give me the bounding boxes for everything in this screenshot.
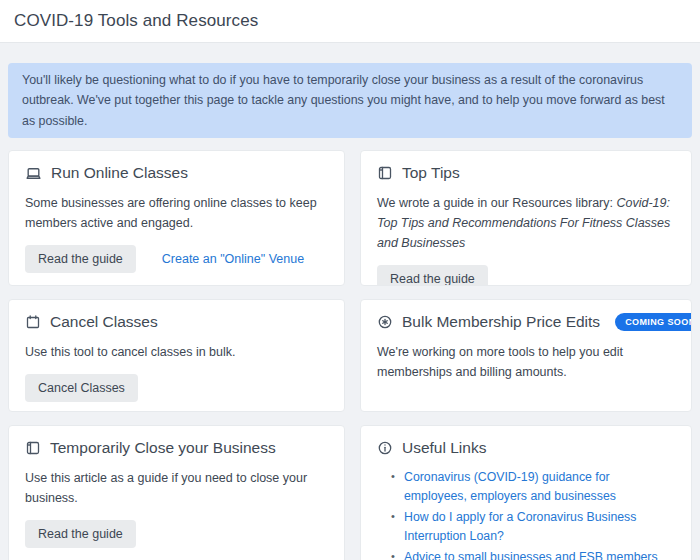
card-title: Useful Links [402,439,486,457]
card-cancel-classes: Cancel Classes Use this tool to cancel c… [8,299,345,412]
card-title: Top Tips [402,164,460,182]
card-title: Run Online Classes [51,164,188,182]
list-item: How do I apply for a Coronavirus Busines… [391,508,675,545]
list-item: Coronavirus (COVID-19) guidance for empl… [391,468,675,505]
gear-circle-icon [377,314,393,330]
card-run-online-classes: Run Online Classes Some businesses are o… [8,150,345,286]
list-item: Advice to small businesses and FSB membe… [391,548,675,560]
coming-soon-badge: COMING SOON [615,313,692,331]
create-online-venue-link[interactable]: Create an "Online" Venue [162,252,304,266]
page-title: COVID-19 Tools and Resources [14,11,258,31]
card-temporarily-close-business: Temporarily Close your Business Use this… [8,425,345,560]
calendar-icon [25,314,41,330]
page-header: COVID-19 Tools and Resources [0,0,700,43]
useful-link[interactable]: Coronavirus (COVID-19) guidance for empl… [404,470,616,502]
book-icon [25,440,41,456]
read-guide-button[interactable]: Read the guide [377,265,488,286]
info-icon [377,440,393,456]
card-description: Use this article as a guide if you need … [25,468,328,508]
cancel-classes-button[interactable]: Cancel Classes [25,374,138,402]
useful-link[interactable]: Advice to small businesses and FSB membe… [404,550,658,560]
info-banner: You'll likely be questioning what to do … [8,63,692,138]
card-title: Cancel Classes [50,313,158,331]
useful-link[interactable]: How do I apply for a Coronavirus Busines… [404,510,636,542]
card-description: Use this tool to cancel classes in bulk. [25,342,328,362]
book-icon [377,165,393,181]
card-top-tips: Top Tips We wrote a guide in our Resourc… [360,150,692,286]
card-description: We wrote a guide in our Resources librar… [377,193,675,253]
card-description: We're working on more tools to help you … [377,342,675,382]
card-title: Temporarily Close your Business [50,439,276,457]
useful-links-list: Coronavirus (COVID-19) guidance for empl… [391,468,675,560]
card-description: Some businesses are offering online clas… [25,193,328,233]
read-guide-button[interactable]: Read the guide [25,245,136,273]
read-guide-button[interactable]: Read the guide [25,520,136,548]
card-useful-links: Useful Links Coronavirus (COVID-19) guid… [360,425,692,560]
laptop-icon [25,165,42,182]
cards-grid: Run Online Classes Some businesses are o… [0,150,700,560]
card-bulk-membership-price-edits: Bulk Membership Price Edits COMING SOON … [360,299,692,412]
card-title: Bulk Membership Price Edits [402,313,600,331]
